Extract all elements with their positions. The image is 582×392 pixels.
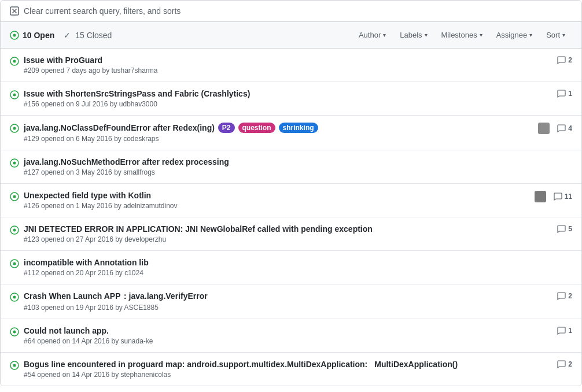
issue-open-icon — [10, 361, 19, 372]
issue-row: Crash When Launch APP：java.lang.VerifyEr… — [1, 284, 581, 319]
issue-meta: #103 opened on 19 Apr 2016 by ASCE1885 — [24, 304, 550, 312]
svg-point-16 — [13, 229, 16, 232]
issue-open-icon — [10, 293, 19, 304]
issue-meta: #209 opened 7 days ago by tushar7sharma — [24, 66, 550, 75]
issue-open-icon — [10, 158, 19, 169]
issue-meta: #112 opened on 20 Apr 2016 by c1024 — [24, 269, 565, 277]
issue-title-row: JNI DETECTED ERROR IN APPLICATION: JNI N… — [24, 224, 550, 234]
issues-header: 10 Open ✓ 15 Closed Author ▾ Labels ▾ Mi… — [1, 22, 581, 49]
issue-title-row: Bogus line encountered in proguard map: … — [24, 360, 550, 369]
comment-count: 2 — [557, 56, 572, 65]
issue-meta: #156 opened on 9 Jul 2016 by udbhav3000 — [24, 100, 550, 108]
sort-chevron: ▾ — [562, 32, 565, 38]
comment-count: 5 — [557, 224, 572, 234]
issue-content: java.lang.NoSuchMethodError after redex … — [24, 157, 565, 176]
comment-icon — [557, 56, 566, 65]
issue-right: 2 — [557, 360, 572, 369]
closed-count[interactable]: ✓ 15 Closed — [64, 31, 112, 40]
comment-count: 2 — [557, 291, 572, 301]
svg-point-14 — [13, 195, 16, 198]
checkmark-icon: ✓ — [64, 31, 71, 40]
comment-icon — [553, 192, 562, 201]
avatar — [535, 191, 546, 202]
issue-open-icon — [10, 327, 19, 338]
issue-meta: #123 opened on 27 Apr 2016 by developerz… — [24, 235, 550, 243]
label-question: question — [238, 123, 275, 133]
issue-title[interactable]: Crash When Launch APP：java.lang.VerifyEr… — [24, 291, 208, 302]
label-shrinking: shrinking — [279, 123, 318, 133]
issue-row: java.lang.NoSuchMethodError after redex … — [1, 150, 581, 184]
comment-icon — [557, 291, 566, 301]
milestones-chevron: ▾ — [480, 32, 482, 38]
comment-icon — [557, 89, 566, 98]
issue-title[interactable]: JNI DETECTED ERROR IN APPLICATION: JNI N… — [24, 224, 373, 234]
author-filter[interactable]: Author ▾ — [352, 28, 393, 42]
assignee-filter[interactable]: Assignee ▾ — [489, 28, 539, 42]
clear-bar[interactable]: Clear current search query, filters, and… — [1, 1, 581, 22]
issue-title-row: incompatible with Annotation lib — [24, 258, 565, 267]
issue-content: incompatible with Annotation lib #112 op… — [24, 258, 565, 277]
issue-row: JNI DETECTED ERROR IN APPLICATION: JNI N… — [1, 217, 581, 251]
issue-right: 1 — [557, 89, 572, 98]
assignee-chevron: ▾ — [529, 32, 532, 38]
issue-open-icon — [10, 192, 19, 203]
comment-count: 4 — [557, 124, 572, 133]
clear-icon[interactable] — [10, 6, 19, 16]
svg-point-20 — [13, 296, 16, 299]
issue-right: 2 — [557, 56, 572, 65]
clear-text: Clear current search query, filters, and… — [24, 6, 181, 16]
svg-point-24 — [13, 364, 16, 367]
issue-meta: #54 opened on 14 Apr 2016 by stephanenic… — [24, 371, 550, 379]
issue-title-row: java.lang.NoClassDefFoundError after Red… — [24, 123, 531, 133]
issue-right: 11 — [535, 191, 572, 202]
issue-content: Unexpected field type with Kotlin #126 o… — [24, 191, 528, 210]
issue-title[interactable]: Issue with ShortenSrcStringsPass and Fab… — [24, 89, 250, 98]
issue-title-cont[interactable]: MultiDexApplication() — [374, 360, 458, 369]
svg-point-10 — [13, 127, 16, 130]
issue-title[interactable]: java.lang.NoSuchMethodError after redex … — [24, 157, 229, 167]
issue-right: 2 — [557, 291, 572, 301]
issue-content: Issue with ProGuard #209 opened 7 days a… — [24, 56, 550, 75]
issue-row: Issue with ShortenSrcStringsPass and Fab… — [1, 82, 581, 116]
issue-row: incompatible with Annotation lib #112 op… — [1, 251, 581, 284]
issue-open-icon — [10, 57, 19, 68]
labels-filter[interactable]: Labels ▾ — [393, 28, 434, 42]
issue-title[interactable]: Issue with ProGuard — [24, 56, 102, 65]
issue-row: Bogus line encountered in proguard map: … — [1, 353, 581, 386]
milestones-filter[interactable]: Milestones ▾ — [434, 28, 489, 42]
comment-count: 1 — [557, 326, 572, 335]
issue-row: Issue with ProGuard #209 opened 7 days a… — [1, 49, 581, 82]
labels-chevron: ▾ — [425, 32, 428, 38]
issue-title-row: Could not launch app. — [24, 326, 550, 335]
issue-open-icon — [10, 90, 19, 101]
issue-row: Unexpected field type with Kotlin #126 o… — [1, 184, 581, 217]
issue-open-icon — [10, 124, 19, 135]
comment-icon — [557, 360, 566, 369]
issue-title-row: Issue with ShortenSrcStringsPass and Fab… — [24, 89, 550, 98]
issue-title[interactable]: Bogus line encountered in proguard map: … — [24, 360, 367, 369]
issue-right: 5 — [557, 224, 572, 234]
issues-container: Clear current search query, filters, and… — [0, 0, 582, 386]
issue-title[interactable]: java.lang.NoClassDefFoundError after Red… — [24, 123, 215, 132]
issue-open-icon — [10, 259, 19, 270]
comment-icon — [557, 124, 566, 133]
issue-content: Crash When Launch APP：java.lang.VerifyEr… — [24, 291, 550, 312]
issue-title[interactable]: incompatible with Annotation lib — [24, 258, 149, 267]
open-count[interactable]: 10 Open — [10, 31, 54, 40]
open-icon — [10, 31, 19, 40]
issue-title[interactable]: Unexpected field type with Kotlin — [24, 191, 151, 200]
comment-count: 2 — [557, 360, 572, 369]
issue-content: Could not launch app. #64 opened on 14 A… — [24, 326, 550, 345]
header-left: 10 Open ✓ 15 Closed — [10, 31, 352, 40]
svg-point-8 — [13, 94, 16, 97]
header-filters: Author ▾ Labels ▾ Milestones ▾ Assignee … — [352, 28, 572, 42]
issue-row: Could not launch app. #64 opened on 14 A… — [1, 319, 581, 353]
issue-title-row: java.lang.NoSuchMethodError after redex … — [24, 157, 565, 167]
issue-right: 1 — [557, 326, 572, 335]
issue-title[interactable]: Could not launch app. — [24, 326, 109, 335]
issue-meta: #126 opened on 1 May 2016 by adelnizamut… — [24, 202, 528, 210]
svg-point-18 — [13, 262, 16, 265]
svg-point-4 — [13, 34, 16, 36]
author-chevron: ▾ — [383, 32, 386, 38]
sort-filter[interactable]: Sort ▾ — [539, 28, 572, 42]
